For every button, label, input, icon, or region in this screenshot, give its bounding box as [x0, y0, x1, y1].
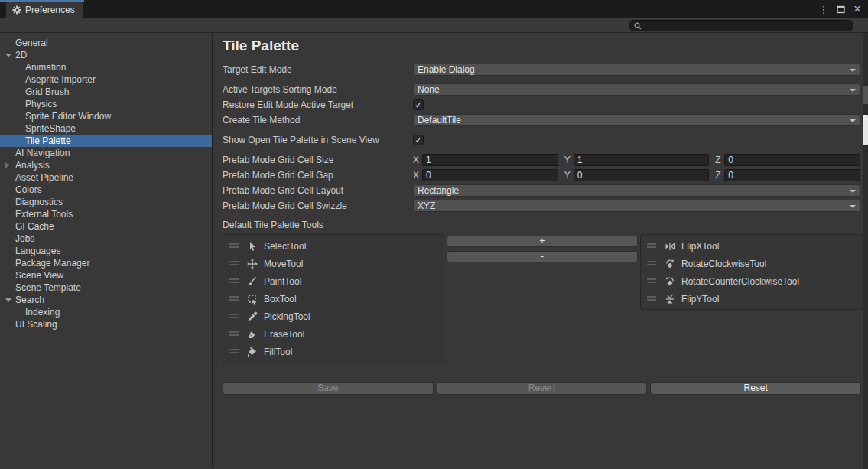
sidebar-item-languages[interactable]: Languages: [0, 245, 212, 257]
tool-item-rotateclockwisetool[interactable]: RotateClockwiseTool: [641, 255, 863, 272]
preferences-window: Preferences ⋮ × General: [0, 0, 868, 469]
sidebar-item-analysis[interactable]: Analysis: [0, 159, 212, 171]
axis-y-label: Y: [564, 170, 574, 181]
tool-item-boxtool[interactable]: BoxTool: [223, 290, 444, 308]
drag-handle-icon[interactable]: [229, 278, 239, 285]
sidebar-item-scene-view[interactable]: Scene View: [0, 269, 212, 282]
rotate-ccw-icon: [664, 275, 675, 287]
sidebar-item-jobs[interactable]: Jobs: [0, 233, 212, 245]
sidebar-item-label: Package Manager: [15, 258, 89, 269]
drag-handle-icon[interactable]: [229, 243, 239, 249]
sidebar-item-asset-pipeline[interactable]: Asset Pipeline: [0, 171, 212, 184]
foldout-expanded-icon[interactable]: [5, 298, 11, 302]
sidebar-item-external-tools[interactable]: External Tools: [0, 208, 212, 220]
axis-z-label: Z: [715, 170, 724, 181]
grid-cell-swizzle-dropdown[interactable]: XYZ: [413, 200, 860, 212]
sidebar-item-aseprite-importer[interactable]: Aseprite Importer: [0, 73, 212, 86]
sidebar-item-label: Tile Palette: [25, 135, 71, 146]
sidebar-item-animation[interactable]: Animation: [0, 61, 212, 73]
drag-handle-icon[interactable]: [647, 243, 656, 249]
sidebar-item-sprite-editor-window[interactable]: Sprite Editor Window: [0, 110, 212, 122]
scrollbar-segment[interactable]: [863, 86, 868, 104]
sidebar-item-ui-scaling[interactable]: UI Scaling: [0, 318, 212, 331]
tool-item-label: BoxTool: [264, 294, 297, 305]
sidebar-item-tile-palette[interactable]: Tile Palette: [0, 135, 212, 147]
sidebar-item-general[interactable]: General: [0, 37, 212, 49]
scrollbar-thumb[interactable]: [863, 115, 868, 145]
rotate-cw-icon: [664, 258, 675, 269]
active-targets-sorting-mode-dropdown[interactable]: None: [413, 83, 860, 96]
sidebar-item-physics[interactable]: Physics: [0, 98, 212, 110]
paint-tool-icon: [246, 275, 258, 287]
sidebar-item-indexing[interactable]: Indexing: [0, 306, 212, 318]
target-edit-mode-dropdown[interactable]: Enable Dialog: [413, 64, 860, 76]
close-icon[interactable]: ×: [851, 3, 863, 15]
vertical-scrollbar[interactable]: [863, 33, 868, 469]
drag-handle-icon[interactable]: [647, 278, 656, 285]
drag-handle-icon[interactable]: [229, 261, 239, 267]
drag-handle-icon[interactable]: [229, 349, 239, 355]
revert-button[interactable]: Revert: [437, 382, 648, 395]
grid-cell-layout-dropdown[interactable]: Rectangle: [413, 184, 860, 197]
grid-cell-size-y-input[interactable]: [574, 154, 710, 166]
grid-cell-gap-z-input[interactable]: [724, 169, 860, 181]
drag-handle-icon[interactable]: [229, 314, 239, 320]
tools-area: SelectToolMoveToolPaintToolBoxToolPickin…: [223, 234, 863, 363]
tool-item-flipytool[interactable]: FlipYTool: [641, 290, 863, 308]
drag-handle-icon[interactable]: [229, 296, 239, 302]
tool-item-erasetool[interactable]: EraseTool: [223, 325, 444, 343]
sidebar-item-spriteshape[interactable]: SpriteShape: [0, 122, 212, 135]
sidebar-item-label: Colors: [15, 184, 42, 195]
tool-item-flipxtool[interactable]: FlipXTool: [641, 237, 863, 255]
create-tile-method-dropdown[interactable]: DefaultTile: [413, 114, 860, 126]
search-box[interactable]: [629, 20, 853, 31]
settings-content: Tile Palette Target Edit Mode Enable Dia…: [213, 33, 868, 468]
sidebar-item-2d[interactable]: 2D: [0, 49, 212, 61]
drag-handle-icon[interactable]: [229, 331, 239, 337]
reset-button[interactable]: Reset: [650, 382, 861, 395]
sidebar-item-search[interactable]: Search: [0, 294, 212, 306]
sidebar-item-label: 2D: [15, 50, 27, 60]
show-open-tile-palette-checkbox[interactable]: ✓: [413, 135, 424, 145]
tools-mid-column: + -: [447, 236, 638, 266]
tool-item-movetool[interactable]: MoveTool: [223, 255, 444, 272]
move-tool-icon: [246, 258, 258, 269]
field-label: Target Edit Mode: [223, 64, 413, 75]
sidebar-item-diagnostics[interactable]: Diagnostics: [0, 196, 212, 208]
tool-item-label: PickingTool: [264, 311, 310, 322]
grid-cell-gap-x-input[interactable]: [422, 169, 558, 181]
search-input[interactable]: [645, 21, 848, 31]
tool-item-selecttool[interactable]: SelectTool: [223, 237, 444, 255]
sidebar-item-label: External Tools: [15, 209, 73, 220]
remove-tool-button[interactable]: -: [447, 251, 638, 262]
row-active-targets-sorting-mode: Active Targets Sorting Mode None: [223, 83, 863, 96]
grid-cell-size-x-input[interactable]: [422, 154, 558, 166]
drag-handle-icon[interactable]: [647, 261, 656, 267]
tool-item-label: MoveTool: [264, 259, 303, 269]
flip-y-icon: [664, 293, 675, 305]
tool-item-rotatecounterclockwisetool[interactable]: RotateCounterClockwiseTool: [641, 272, 863, 290]
kebab-menu-icon[interactable]: ⋮: [818, 3, 830, 15]
restore-edit-mode-checkbox[interactable]: ✓: [413, 99, 424, 110]
add-tool-button[interactable]: +: [447, 236, 638, 247]
tool-item-label: SelectTool: [264, 241, 306, 252]
sidebar-item-ai-navigation[interactable]: AI Navigation: [0, 147, 212, 159]
tab-preferences[interactable]: Preferences: [6, 2, 83, 18]
grid-cell-gap-y-input[interactable]: [574, 169, 710, 181]
sidebar-item-colors[interactable]: Colors: [0, 184, 212, 196]
tool-item-pickingtool[interactable]: PickingTool: [223, 308, 444, 325]
drag-handle-icon[interactable]: [647, 296, 656, 302]
sidebar-item-gi-cache[interactable]: GI Cache: [0, 220, 212, 233]
tool-item-filltool[interactable]: FillTool: [223, 343, 444, 360]
sidebar-item-grid-brush[interactable]: Grid Brush: [0, 86, 212, 98]
grid-cell-size-z-input[interactable]: [724, 154, 860, 166]
sidebar-item-scene-template[interactable]: Scene Template: [0, 282, 212, 294]
field-label: Prefab Mode Grid Cell Swizzle: [223, 200, 413, 211]
maximize-icon[interactable]: [834, 3, 847, 15]
foldout-expanded-icon[interactable]: [5, 54, 11, 57]
tool-item-painttool[interactable]: PaintTool: [223, 272, 444, 290]
sidebar-item-package-manager[interactable]: Package Manager: [0, 257, 212, 269]
save-button[interactable]: Save: [223, 382, 434, 395]
sidebar-item-label: Jobs: [15, 233, 34, 244]
foldout-collapsed-icon[interactable]: [5, 162, 9, 168]
